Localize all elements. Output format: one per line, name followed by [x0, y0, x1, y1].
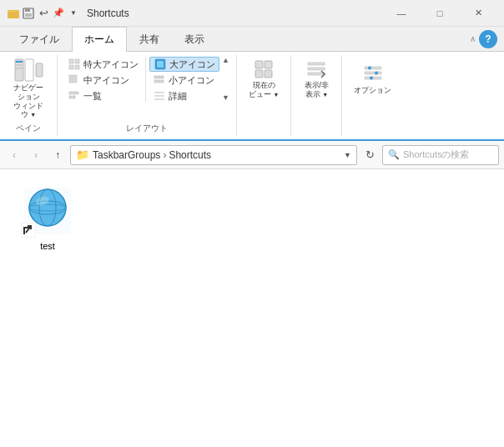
- ribbon-section-current-view: 現在のビュー ▼: [237, 55, 291, 136]
- svg-point-47: [368, 66, 371, 69]
- extra-large-icon-btn[interactable]: 特大アイコン: [64, 57, 142, 72]
- svg-rect-28: [154, 76, 157, 78]
- svg-rect-15: [69, 65, 73, 69]
- ribbon-tabs: ファイル ホーム 共有 表示 ∧ ?: [0, 27, 504, 52]
- title-bar: ↩ 📌 ▼ Shortcuts — □ ✕: [0, 0, 504, 27]
- small-icon-btn[interactable]: 小アイコン: [149, 73, 219, 88]
- save-icon[interactable]: [22, 7, 35, 20]
- main-content: test: [0, 169, 504, 447]
- maximize-button[interactable]: □: [421, 0, 459, 27]
- svg-rect-33: [161, 80, 164, 83]
- window-title: Shortcuts: [87, 8, 382, 19]
- show-hide-label: 表示/非表示 ▼: [305, 81, 330, 99]
- medium-icon-btn[interactable]: 中アイコン: [64, 73, 142, 88]
- current-view-button[interactable]: 現在のビュー ▼: [244, 57, 284, 102]
- svg-rect-14: [75, 59, 79, 63]
- svg-rect-41: [308, 63, 325, 65]
- svg-point-48: [375, 71, 378, 74]
- svg-rect-17: [69, 75, 73, 78]
- svg-point-49: [370, 76, 373, 79]
- shortcut-overlay-icon: [21, 223, 36, 238]
- svg-rect-23: [76, 92, 78, 94]
- layout-scroll-down[interactable]: ▼: [222, 94, 229, 102]
- svg-rect-21: [69, 92, 72, 94]
- svg-rect-13: [69, 59, 73, 63]
- ribbon-collapse-btn[interactable]: ∧: [470, 34, 476, 43]
- svg-rect-9: [16, 61, 23, 63]
- svg-rect-8: [25, 59, 33, 81]
- svg-rect-31: [154, 80, 157, 83]
- search-box[interactable]: 🔍 Shortcutsの検索: [382, 145, 499, 165]
- address-bar: ‹ › ↑ 📁 TaskbarGroups › Shortcuts ▼ ↻ 🔍 …: [0, 141, 504, 169]
- minimize-button[interactable]: —: [382, 0, 421, 27]
- layout-divider: [145, 57, 146, 102]
- layout-scroll-up[interactable]: ▲: [222, 57, 229, 64]
- svg-rect-45: [365, 72, 381, 74]
- svg-rect-20: [73, 79, 77, 83]
- svg-rect-24: [69, 96, 72, 98]
- large-icon: [154, 58, 167, 71]
- large-icon-btn[interactable]: 大アイコン: [149, 57, 219, 72]
- up-button[interactable]: ↑: [48, 146, 67, 164]
- address-path[interactable]: 📁 TaskbarGroups › Shortcuts ▼: [70, 145, 357, 165]
- file-icon-container: [21, 184, 74, 238]
- svg-rect-5: [25, 8, 30, 12]
- svg-rect-30: [161, 76, 164, 78]
- list-btn[interactable]: 一覧: [64, 88, 142, 103]
- svg-rect-42: [308, 68, 325, 70]
- refresh-button[interactable]: ↻: [360, 146, 379, 164]
- options-icon: [363, 63, 383, 83]
- svg-rect-6: [25, 13, 32, 17]
- medium-icon: [68, 73, 81, 87]
- window-controls: — □ ✕: [382, 0, 497, 27]
- svg-rect-3: [8, 12, 19, 18]
- nav-pane-label: ナビゲーションウィンドウ ▼: [10, 83, 47, 119]
- path-separator: ›: [163, 149, 166, 161]
- tab-home[interactable]: ホーム: [72, 27, 127, 52]
- show-hide-button[interactable]: 表示/非表示 ▼: [298, 57, 335, 102]
- file-item-test[interactable]: test: [10, 179, 85, 256]
- svg-rect-40: [265, 70, 272, 78]
- back-button[interactable]: ‹: [5, 146, 23, 164]
- navigation-pane-button[interactable]: ナビゲーションウィンドウ ▼: [7, 57, 50, 121]
- svg-rect-39: [255, 70, 263, 78]
- detail-btn[interactable]: 詳細: [149, 88, 219, 103]
- options-label: オプション: [354, 85, 391, 96]
- pin-icon[interactable]: 📌: [52, 7, 65, 20]
- svg-point-51: [29, 189, 66, 226]
- svg-rect-43: [308, 73, 325, 75]
- svg-rect-16: [75, 65, 79, 69]
- options-button[interactable]: オプション: [349, 57, 396, 102]
- svg-rect-11: [16, 68, 23, 69]
- pane-section-label: ペイン: [16, 123, 41, 134]
- ribbon: ナビゲーションウィンドウ ▼ ペイン: [0, 52, 504, 141]
- titlebar-dropdown-icon[interactable]: ▼: [67, 7, 80, 20]
- show-hide-icon: [306, 59, 326, 79]
- svg-rect-10: [16, 64, 23, 66]
- tab-view[interactable]: 表示: [172, 27, 217, 52]
- tab-share[interactable]: 共有: [127, 27, 172, 52]
- tab-file[interactable]: ファイル: [7, 27, 72, 52]
- ribbon-section-options: オプション: [342, 55, 403, 136]
- path-dropdown-arrow[interactable]: ▼: [344, 151, 351, 159]
- close-button[interactable]: ✕: [459, 0, 497, 27]
- help-button[interactable]: ?: [479, 30, 497, 48]
- svg-rect-44: [365, 67, 381, 69]
- layout-btn-group-right: 大アイコン 小アイコン: [149, 57, 219, 103]
- svg-rect-18: [73, 75, 77, 78]
- search-icon: 🔍: [388, 149, 400, 160]
- current-view-label: 現在のビュー ▼: [249, 81, 279, 99]
- svg-rect-35: [154, 95, 164, 97]
- search-placeholder: Shortcutsの検索: [403, 148, 469, 161]
- svg-rect-22: [73, 92, 75, 94]
- forward-button[interactable]: ›: [27, 146, 45, 164]
- layout-scroll-arrows: ▲ ▼: [222, 57, 229, 102]
- ribbon-section-pane: ナビゲーションウィンドウ ▼ ペイン: [0, 55, 58, 136]
- undo-icon[interactable]: ↩: [37, 7, 50, 20]
- title-bar-icons: ↩ 📌 ▼: [7, 7, 80, 20]
- path-root: TaskbarGroups: [93, 149, 160, 161]
- layout-section-label: レイアウト: [126, 123, 168, 134]
- svg-rect-36: [154, 98, 164, 100]
- svg-rect-37: [255, 61, 263, 68]
- svg-rect-12: [36, 63, 43, 77]
